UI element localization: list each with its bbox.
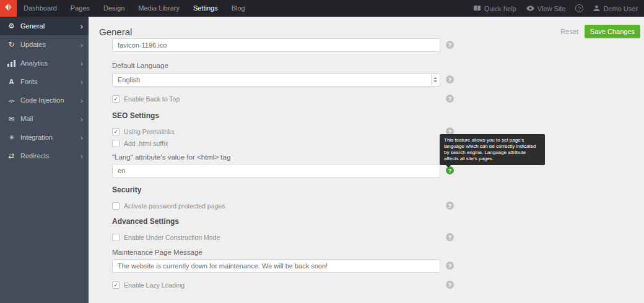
sidebar-item-integration[interactable]: Integration › bbox=[0, 128, 89, 147]
mail-icon bbox=[7, 115, 16, 123]
sidebar-item-general[interactable]: General › bbox=[0, 17, 89, 35]
chevron-right-icon: › bbox=[80, 22, 83, 30]
lazy-loading-row: ✓ Enable Lazy Loading ? bbox=[112, 281, 471, 289]
page-title: General bbox=[99, 27, 132, 37]
nav-dashboard[interactable]: Dashboard bbox=[17, 0, 64, 17]
maintenance-message-label: Maintenance Page Message bbox=[112, 249, 471, 257]
default-language-row: English ? bbox=[112, 73, 471, 87]
security-heading: Security bbox=[112, 186, 471, 195]
help-icon-default-language[interactable]: ? bbox=[446, 75, 454, 83]
sidebar-item-fonts[interactable]: Fonts › bbox=[0, 72, 89, 91]
checkbox-label: Add .html suffix bbox=[124, 140, 168, 147]
back-to-top-row: ✓ Enable Back to Top ? bbox=[112, 95, 471, 103]
nav-blog[interactable]: Blog bbox=[225, 0, 252, 17]
add-html-suffix-checkbox[interactable] bbox=[112, 140, 120, 147]
checkbox-label: Enable Back to Top bbox=[124, 95, 180, 103]
sidebar-item-mail[interactable]: Mail › bbox=[0, 109, 89, 128]
gear-icon bbox=[7, 22, 16, 30]
settings-form: ? Default Language English ? ✓ Enable Ba… bbox=[112, 38, 471, 289]
under-construction-checkbox[interactable] bbox=[112, 234, 120, 241]
seo-settings-heading: SEO Settings bbox=[112, 111, 471, 121]
tooltip: This feature allows you to set page's la… bbox=[440, 134, 545, 165]
sidebar-item-updates[interactable]: Updates › bbox=[0, 35, 89, 54]
book-icon bbox=[473, 5, 481, 12]
lang-attribute-row: ? bbox=[112, 164, 471, 177]
checkbox-label: Using Permalinks bbox=[124, 128, 175, 135]
lang-attribute-input[interactable] bbox=[112, 164, 440, 177]
maintenance-message-row: ? bbox=[112, 259, 471, 273]
nav-pages[interactable]: Pages bbox=[64, 0, 97, 17]
integration-icon bbox=[7, 134, 16, 142]
user-menu[interactable]: Demo User bbox=[593, 5, 638, 12]
nav-settings[interactable]: Settings bbox=[186, 0, 225, 17]
logo-mark-icon bbox=[4, 2, 13, 14]
favicon-input[interactable] bbox=[112, 38, 440, 52]
html-suffix-row: Add .html suffix bbox=[112, 140, 471, 147]
password-pages-row: Activate password protected pages ? bbox=[112, 202, 471, 210]
checkbox-label: Enable Under Construction Mode bbox=[124, 234, 220, 241]
help-icon-favicon[interactable]: ? bbox=[446, 41, 454, 49]
chevron-right-icon: › bbox=[80, 134, 83, 142]
help-circle-icon[interactable]: ? bbox=[575, 4, 583, 12]
chevron-right-icon: › bbox=[80, 78, 83, 86]
view-site-label: View Site bbox=[537, 5, 566, 12]
font-icon bbox=[7, 78, 16, 85]
sidebar-item-redirects[interactable]: Redirects › bbox=[0, 147, 89, 165]
under-construction-row: Enable Under Construction Mode ? bbox=[112, 234, 471, 241]
lazy-loading-checkbox[interactable]: ✓ bbox=[112, 281, 120, 289]
redirect-icon bbox=[7, 152, 16, 160]
quick-help-label: Quick help bbox=[484, 5, 516, 12]
app-logo[interactable] bbox=[0, 0, 17, 17]
help-icon-back-to-top[interactable]: ? bbox=[446, 95, 454, 103]
chevron-right-icon: › bbox=[80, 152, 83, 160]
using-permalinks-checkbox[interactable]: ✓ bbox=[112, 128, 120, 135]
chevron-right-icon: › bbox=[80, 96, 83, 105]
select-spinner-icon[interactable] bbox=[431, 74, 439, 85]
lang-attribute-label: "Lang" attribute's value for <html> tag bbox=[112, 153, 471, 161]
update-icon bbox=[7, 40, 16, 49]
topbar: Dashboard Pages Design Media Library Set… bbox=[0, 0, 644, 17]
advanced-settings-heading: Advanced Settings bbox=[112, 217, 471, 226]
chevron-right-icon: › bbox=[80, 41, 83, 49]
checkbox-label: Activate password protected pages bbox=[124, 202, 225, 210]
checkbox-label: Enable Lazy Loading bbox=[124, 281, 185, 289]
view-site-button[interactable]: View Site bbox=[526, 5, 566, 12]
nav-design[interactable]: Design bbox=[97, 0, 131, 17]
top-nav: Dashboard Pages Design Media Library Set… bbox=[17, 0, 252, 17]
chevron-right-icon: › bbox=[80, 115, 83, 123]
permalinks-row: ✓ Using Permalinks ? bbox=[112, 128, 471, 135]
default-language-label: Default Language bbox=[112, 62, 471, 70]
help-icon-lazy-loading[interactable]: ? bbox=[446, 281, 454, 289]
settings-panel: General Reset Save Changes ? Default Lan… bbox=[89, 17, 644, 303]
user-label: Demo User bbox=[603, 5, 638, 12]
selected-option: English bbox=[118, 76, 140, 83]
sidebar: General › Updates › Analytics › Fonts › … bbox=[0, 17, 89, 303]
favicon-row: ? bbox=[112, 38, 471, 52]
tooltip-text: This feature allows you to set page's la… bbox=[444, 137, 536, 161]
header-actions: Reset Save Changes bbox=[560, 25, 640, 38]
help-icon-maintenance[interactable]: ? bbox=[446, 262, 454, 270]
chevron-right-icon: › bbox=[80, 59, 83, 67]
help-icon-under-construction[interactable]: ? bbox=[446, 233, 454, 241]
sidebar-item-code-injection[interactable]: Code Injection › bbox=[0, 91, 89, 109]
enable-back-to-top-checkbox[interactable]: ✓ bbox=[112, 95, 120, 103]
password-protected-checkbox[interactable] bbox=[112, 202, 120, 210]
help-icon-password-pages[interactable]: ? bbox=[446, 202, 454, 210]
topbar-right: Quick help View Site ? bbox=[473, 4, 644, 12]
code-icon bbox=[7, 96, 16, 104]
panel-header: General Reset Save Changes bbox=[99, 25, 640, 38]
sidebar-item-analytics[interactable]: Analytics › bbox=[0, 54, 89, 72]
default-language-select[interactable]: English bbox=[112, 73, 440, 87]
nav-media-library[interactable]: Media Library bbox=[131, 0, 186, 17]
maintenance-message-input[interactable] bbox=[112, 259, 440, 273]
user-icon bbox=[593, 5, 600, 12]
reset-button[interactable]: Reset bbox=[560, 28, 578, 35]
eye-icon bbox=[526, 6, 534, 11]
bar-chart-icon bbox=[7, 60, 16, 67]
quick-help-button[interactable]: Quick help bbox=[473, 5, 516, 12]
save-changes-button[interactable]: Save Changes bbox=[585, 25, 640, 38]
